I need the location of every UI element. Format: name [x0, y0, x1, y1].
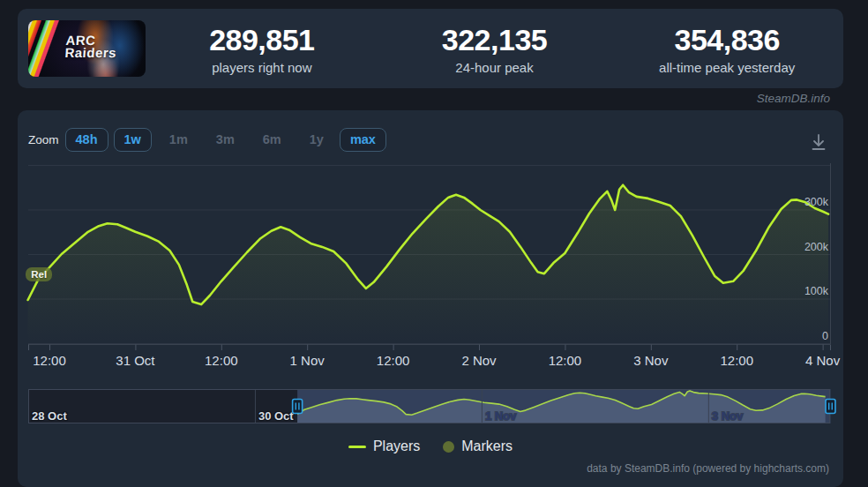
- x-axis-label: 1 Nov: [290, 353, 326, 368]
- game-capsule-image[interactable]: ARC Raiders: [28, 20, 146, 77]
- chart-legend: Players Markers: [18, 438, 843, 454]
- x-axis-label: 12:00: [33, 353, 66, 368]
- navigator-label-30-Oct: 30 Oct: [258, 409, 294, 423]
- navigator-label-1-Nov: 1 Nov: [485, 409, 517, 423]
- steamdb-watermark: SteamDB.info: [757, 92, 830, 105]
- y-axis-label-200k: 200k: [804, 241, 829, 253]
- x-axis-label: 12:00: [377, 353, 410, 368]
- legend-item-markers[interactable]: Markers: [443, 438, 513, 454]
- x-axis-label: 2 Nov: [461, 353, 497, 368]
- chart-credits: data by SteamDB.info (powered by highcha…: [587, 462, 829, 475]
- y-axis-label-100k: 100k: [804, 285, 829, 297]
- x-axis-label: 12:00: [549, 353, 582, 368]
- game-logo-line2: Raiders: [64, 47, 116, 59]
- current-players-value: 289,851: [146, 23, 378, 57]
- capsule-rainbow-stripes: [28, 20, 62, 77]
- current-players-label: players right now: [146, 60, 378, 75]
- navigator-label-3-Nov: 3 Nov: [712, 409, 744, 423]
- peak-24h-value: 322,135: [378, 23, 611, 57]
- game-logo: ARC Raiders: [64, 34, 117, 59]
- x-axis-label: 4 Nov: [805, 353, 841, 368]
- navigator-selected-range[interactable]: [297, 389, 830, 423]
- y-axis-label-300k: 300k: [804, 196, 829, 208]
- y-axis-label-0: 0: [822, 330, 828, 342]
- peak-24h-label: 24-hour peak: [378, 60, 611, 75]
- x-axis-label: 12:00: [720, 353, 753, 368]
- player-chart-card: Zoom 48h1w1m3m6m1ymax 300k200k100k012:00…: [18, 110, 843, 487]
- players-legend-label: Players: [373, 438, 420, 454]
- stat-alltime-peak: 354,836 all-time peak yesterday: [610, 23, 843, 75]
- game-stats-header: ARC Raiders 289,851 players right now 32…: [18, 9, 843, 88]
- x-axis-label: 31 Oct: [116, 353, 155, 368]
- navigator-label-28-Oct: 28 Oct: [32, 409, 67, 423]
- alltime-peak-value: 354,836: [610, 23, 843, 57]
- x-axis-label: 12:00: [205, 353, 238, 368]
- navigator-handle-left[interactable]: [293, 400, 303, 414]
- markers-legend-label: Markers: [461, 438, 513, 454]
- release-flag-marker[interactable]: Rel: [26, 267, 52, 281]
- stat-current-players: 289,851 players right now: [146, 23, 378, 75]
- legend-item-players[interactable]: Players: [348, 438, 420, 454]
- navigator-handle-right[interactable]: [826, 400, 835, 414]
- players-line-swatch: [348, 446, 366, 448]
- alltime-peak-label: all-time peak yesterday: [610, 60, 843, 75]
- stats-row: 289,851 players right now 322,135 24-hou…: [146, 23, 843, 75]
- markers-circle-swatch: [443, 441, 454, 453]
- x-axis-label: 3 Nov: [633, 353, 669, 368]
- stat-24h-peak: 322,135 24-hour peak: [378, 23, 611, 75]
- player-count-chart[interactable]: 300k200k100k012:0031 Oct12:001 Nov12:002…: [18, 110, 843, 487]
